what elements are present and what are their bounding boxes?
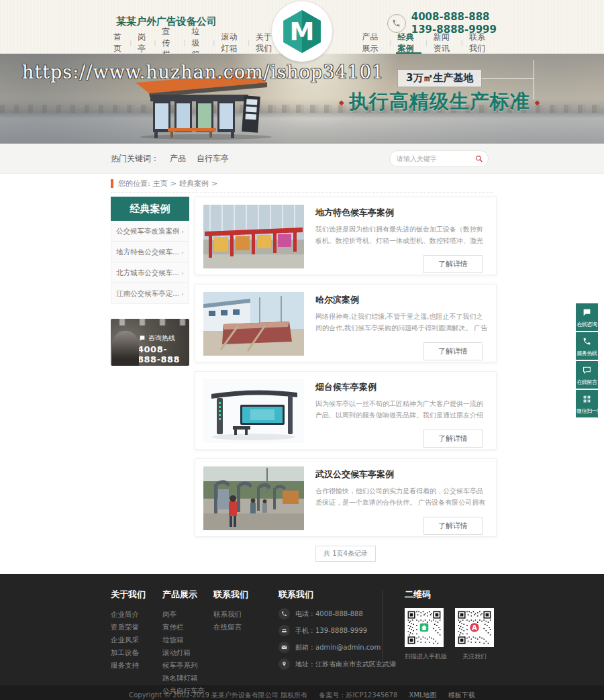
qr-caption-mobile: 扫描进入手机版: [405, 652, 447, 661]
footer-divider: [382, 590, 383, 669]
breadcrumb-current-link[interactable]: 经典案例: [179, 179, 209, 189]
float-service-hotline-button[interactable]: 服务热线: [576, 332, 598, 360]
footer-col-about: 关于我们 企业简介 资质荣誉 企业风采 加工设备 服务支持: [111, 589, 162, 685]
case-detail-button[interactable]: 了解详情: [423, 430, 483, 448]
nav-item-trashbin[interactable]: 垃圾箱: [185, 32, 213, 54]
nav-item-billboard[interactable]: 宣传栏: [156, 32, 184, 54]
footer-link-company-profile[interactable]: 企业简介: [111, 608, 162, 621]
nav-item-home[interactable]: 首页: [107, 32, 130, 54]
hotline-label: 咨询热线: [148, 334, 175, 343]
footer-link-trashbin[interactable]: 垃圾箱: [162, 634, 213, 646]
contact-row-phone: 电话：4008-888-888: [279, 608, 372, 619]
float-online-message-button[interactable]: 在线留言: [576, 361, 598, 389]
sidebar-title: 经典案例: [111, 197, 189, 221]
logo[interactable]: M: [272, 1, 332, 62]
footer-col-title: 联系我们: [279, 589, 372, 601]
copyright-bar: Copyright © 2002-2019 某某户外设备有限公司 版权所有 备案…: [0, 685, 604, 700]
nav-item-news[interactable]: 新闻资讯: [427, 32, 461, 54]
qr-caption-follow: 关注我们: [455, 652, 494, 661]
float-button-label: 服务热线: [576, 350, 597, 357]
contact-row-mobile: 手机：139-8888-9999: [279, 625, 372, 636]
icp-number: 备案号：苏ICP12345678: [319, 691, 397, 699]
case-image-installation-site[interactable]: [203, 466, 304, 530]
hot-keyword-product[interactable]: 产品: [170, 153, 186, 164]
case-title[interactable]: 地方特色候车亭案例: [315, 207, 488, 219]
footer-link-street-sign[interactable]: 路名牌灯箱: [162, 672, 213, 685]
footer-link-honors[interactable]: 资质荣誉: [111, 621, 162, 634]
sidebar-item-northern-city[interactable]: 北方城市公交候车...›: [111, 262, 189, 283]
case-title[interactable]: 烟台候车亭案例: [315, 381, 488, 393]
sidebar-item-local-feature[interactable]: 地方特色公交候车...›: [111, 242, 189, 262]
breadcrumb-home-link[interactable]: 主页: [153, 179, 168, 189]
phone-icon: [387, 14, 406, 33]
case-detail-button[interactable]: 了解详情: [423, 517, 483, 535]
footer-col-title: 二维码: [405, 589, 502, 601]
footer-link-online-message[interactable]: 在线留言: [213, 621, 279, 634]
nav-right: 产品展示 | 经典案例 | 新闻资讯 | 联系我们: [356, 32, 497, 54]
chat-icon: [583, 308, 591, 317]
chevron-right-icon: ›: [181, 270, 184, 277]
main-content: 经典案例 公交候车亭改造案例› 地方特色公交候车...› 北方城市公交候车...…: [0, 193, 604, 574]
search-icon[interactable]: [475, 154, 483, 163]
footer-link-bike-shelter[interactable]: 公共自行车亭: [162, 685, 213, 697]
hotline-number: 4008-888-888: [138, 344, 189, 364]
footer-link-lightbox[interactable]: 滚动灯箱: [162, 646, 213, 659]
watermark-url: https://www.huzhan.com/ishop34101: [22, 62, 384, 83]
footer-link-billboard[interactable]: 宣传栏: [162, 621, 213, 634]
chevron-right-icon: ›: [181, 291, 184, 297]
nav-item-cases-active[interactable]: 经典案例: [392, 32, 425, 54]
page: 某某户外广告设备公司 M 4008-888-888 139-8888-9999 …: [0, 0, 604, 700]
footer-link-shelter-series[interactable]: 候车亭系列: [162, 659, 213, 672]
sidebar: 经典案例 公交候车亭改造案例› 地方特色公交候车...› 北方城市公交候车...…: [111, 197, 189, 574]
case-detail-button[interactable]: 了解详情: [423, 342, 483, 360]
nav-item-lightbox[interactable]: 滚动灯箱: [215, 32, 247, 54]
breadcrumb: 您的位置: 主页 > 经典案例 >: [0, 174, 604, 193]
breadcrumb-separator: >: [170, 179, 177, 188]
breadcrumb-label: 您的位置:: [118, 179, 150, 189]
chevron-right-icon: ›: [181, 228, 184, 235]
case-image-factory-yard[interactable]: [203, 292, 304, 356]
nav-item-booth[interactable]: 岗亭: [132, 32, 154, 54]
hotline-icon: [139, 335, 146, 342]
floating-sidebar: 在线咨询 服务热线 在线留言 微信扫一扫: [576, 303, 598, 419]
hero-banner[interactable]: https://www.huzhan.com/ishop34101 3万㎡生产基…: [0, 54, 604, 144]
search-input[interactable]: [395, 154, 475, 163]
search-box[interactable]: [389, 150, 489, 167]
nav-item-products[interactable]: 产品展示: [356, 32, 389, 54]
sidebar-hotline-card[interactable]: 咨询热线 4008-888-888: [111, 319, 189, 366]
case-image-modern-shelter[interactable]: [203, 379, 304, 443]
contact-row-email: 邮箱：admin@admin.com: [279, 642, 372, 653]
case-body: 武汉公交候车亭案例 合作很愉快，他们公司的实力是看得着的，公交候车亭品质保证，是…: [315, 466, 488, 529]
nav-item-contact[interactable]: 联系我们: [463, 32, 497, 54]
message-icon: [583, 366, 591, 374]
sidebar-item-renovation[interactable]: 公交候车亭改造案例›: [111, 221, 189, 242]
float-wechat-qr-button[interactable]: 微信扫一扫: [576, 390, 598, 417]
envelope-icon: [279, 642, 290, 653]
float-online-consult-button[interactable]: 在线咨询: [576, 303, 598, 331]
footer-col-products: 产品展示 岗亭 宣传栏 垃圾箱 滚动灯箱 候车亭系列 路名牌灯箱 公共自行车亭: [162, 589, 213, 685]
template-download-link[interactable]: 模板下载: [448, 691, 475, 699]
case-image-red-shelters[interactable]: [203, 205, 304, 268]
case-title[interactable]: 武汉公交候车亭案例: [315, 468, 488, 481]
case-card-local-feature[interactable]: 地方特色候车亭案例 我们选择是因为他们拥有最先进的钣金加工设备（数控剪板机、数控…: [195, 197, 497, 275]
case-description: 我们选择是因为他们拥有最先进的钣金加工设备（数控剪板机、数控折弯机、灯箱一体成型…: [315, 224, 488, 247]
footer-link-support[interactable]: 服务支持: [111, 659, 162, 672]
footer-link-equipment[interactable]: 加工设备: [111, 646, 162, 659]
hot-keyword-bikeshelter[interactable]: 自行车亭: [197, 153, 229, 164]
case-title[interactable]: 哈尔滨案例: [315, 294, 488, 306]
case-card-yantai[interactable]: 烟台候车亭案例 因为候车亭以一丝不苟的工匠精神为广大客户提供一流的产品、以周到的…: [195, 371, 497, 450]
sidebar-menu: 公交候车亭改造案例› 地方特色公交候车...› 北方城市公交候车...› 江南公…: [111, 221, 189, 304]
breadcrumb-separator: >: [211, 179, 217, 188]
case-card-wuhan[interactable]: 武汉公交候车亭案例 合作很愉快，他们公司的实力是看得着的，公交候车亭品质保证，是…: [195, 458, 497, 537]
phone-icon: [279, 608, 290, 619]
case-card-harbin[interactable]: 哈尔滨案例 网络很神奇,让我们结缘,不管千里之遥,也阻止不了我们之间的合作,我们…: [195, 284, 497, 362]
phone-icon: [583, 337, 591, 346]
xml-sitemap-link[interactable]: XML地图: [409, 691, 437, 699]
contact-address: 地址：江苏省南京市玄武区玄武湖: [295, 660, 396, 669]
footer-link-booth[interactable]: 岗亭: [162, 608, 213, 621]
sidebar-item-jiangnan[interactable]: 江南公交候车亭定...›: [111, 283, 189, 303]
float-button-label: 微信扫一扫: [576, 407, 597, 415]
footer-link-company-style[interactable]: 企业风采: [111, 634, 162, 646]
case-detail-button[interactable]: 了解详情: [423, 255, 483, 273]
footer-link-contact-us[interactable]: 联系我们: [213, 608, 279, 621]
